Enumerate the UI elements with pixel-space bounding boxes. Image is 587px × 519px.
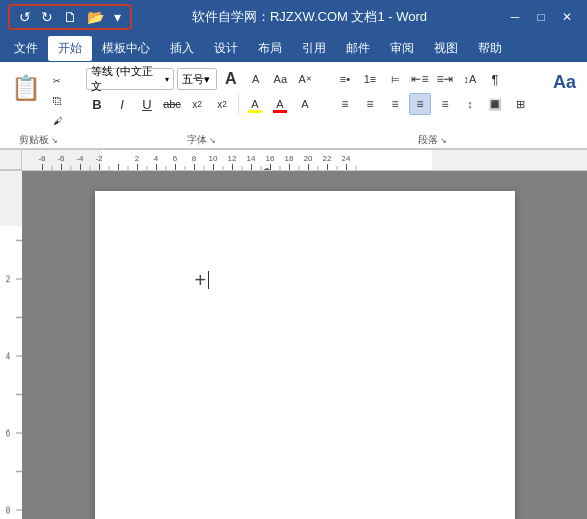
font-label[interactable]: 字体 ↘ (82, 132, 320, 148)
more-qa-button[interactable]: ▾ (111, 8, 124, 26)
styles-aa-button[interactable]: Aa (549, 68, 580, 97)
font-expand-icon: ↘ (209, 136, 216, 145)
font-section: 等线 (中文正文 ▾ 五号 ▾ A A Aa A✕ (82, 66, 320, 148)
cursor-area: + (195, 271, 210, 290)
multilevel-button[interactable]: ⊨ (384, 68, 406, 90)
line-spacing-button[interactable]: ↕ (459, 93, 481, 115)
para-row-1: ≡• 1≡ ⊨ ⇤≡ ≡⇥ ↕A ¶ (334, 68, 531, 90)
justify-button[interactable]: ≡ (409, 93, 431, 115)
clipboard-section: 📋 ✂ ⿻ 🖌 剪贴板 ↘ (4, 66, 72, 148)
font-shrink-button[interactable]: A (245, 68, 267, 90)
ribbon-content: 📋 ✂ ⿻ 🖌 剪贴板 ↘ (0, 62, 587, 148)
paragraph-section: ≡• 1≡ ⊨ ⇤≡ ≡⇥ ↕A ¶ ≡ ≡ ≡ ≡ ≡ (330, 66, 535, 148)
align-left-button[interactable]: ≡ (334, 93, 356, 115)
ribbon: 📋 ✂ ⿻ 🖌 剪贴板 ↘ (0, 62, 587, 150)
menu-item-邮件[interactable]: 邮件 (336, 36, 380, 61)
menu-item-设计[interactable]: 设计 (204, 36, 248, 61)
new-button[interactable]: 🗋 (60, 8, 80, 26)
align-center-button[interactable]: ≡ (359, 93, 381, 115)
font-body: 等线 (中文正文 ▾ 五号 ▾ A A Aa A✕ (82, 66, 320, 132)
decrease-indent-button[interactable]: ⇤≡ (409, 68, 431, 90)
superscript-button[interactable]: x2 (211, 93, 233, 115)
numbering-button[interactable]: 1≡ (359, 68, 381, 90)
font-size-selector[interactable]: 五号 ▾ (177, 68, 217, 90)
distributed-button[interactable]: ≡ (434, 93, 456, 115)
ruler-corner[interactable] (0, 150, 22, 170)
menu-item-引用[interactable]: 引用 (292, 36, 336, 61)
undo-button[interactable]: ↺ (16, 8, 34, 26)
font-color-icon: A (276, 98, 283, 110)
font-color-indicator (273, 110, 287, 113)
font-size-arrow: ▾ (204, 73, 210, 86)
menu-item-帮助[interactable]: 帮助 (468, 36, 512, 61)
title-bar: ↺ ↻ 🗋 📂 ▾ 软件自学网：RJZXW.COM 文档1 - Word ─ □… (0, 0, 587, 34)
menu-item-审阅[interactable]: 审阅 (380, 36, 424, 61)
paste-button[interactable]: 📋 (8, 68, 44, 108)
close-button[interactable]: ✕ (555, 7, 579, 27)
clipboard-body: 📋 ✂ ⿻ 🖌 (4, 66, 72, 132)
window-controls: ─ □ ✕ (503, 7, 579, 27)
underline-button[interactable]: U (136, 93, 158, 115)
increase-indent-button[interactable]: ≡⇥ (434, 68, 456, 90)
para-body: ≡• 1≡ ⊨ ⇤≡ ≡⇥ ↕A ¶ ≡ ≡ ≡ ≡ ≡ (330, 66, 535, 132)
doc-wrapper: + (0, 171, 587, 519)
ruler-container (0, 150, 587, 171)
copy-button[interactable]: ⿻ (46, 92, 68, 110)
menu-item-开始[interactable]: 开始 (48, 36, 92, 61)
para-expand-icon: ↘ (440, 136, 447, 145)
styles-section: Aa (545, 66, 584, 148)
font-row-2: B I U abc x2 x2 A A (86, 93, 316, 115)
clipboard-expand-icon: ↘ (51, 136, 58, 145)
font-row-1: 等线 (中文正文 ▾ 五号 ▾ A A Aa A✕ (86, 68, 316, 90)
menu-item-布局[interactable]: 布局 (248, 36, 292, 61)
font-name-arrow: ▾ (165, 75, 169, 84)
document-page[interactable]: + (95, 191, 515, 519)
text-cursor: + (195, 271, 210, 289)
menu-item-模板中心[interactable]: 模板中心 (92, 36, 160, 61)
title-center: 软件自学网：RJZXW.COM 文档1 - Word (132, 8, 487, 26)
quick-access-toolbar: ↺ ↻ 🗋 📂 ▾ (8, 4, 132, 30)
cursor-blink (208, 271, 209, 289)
page-container: + (22, 171, 587, 519)
restore-button[interactable]: □ (529, 7, 553, 27)
redo-button[interactable]: ↻ (38, 8, 56, 26)
open-button[interactable]: 📂 (84, 8, 107, 26)
bold-button[interactable]: B (86, 93, 108, 115)
paste-icon: 📋 (11, 76, 41, 100)
highlight-indicator (248, 110, 262, 113)
font-effects-button[interactable]: A (294, 93, 316, 115)
bullets-button[interactable]: ≡• (334, 68, 356, 90)
clipboard-label[interactable]: 剪贴板 ↘ (4, 132, 72, 148)
horizontal-ruler (22, 150, 587, 170)
strikethrough-button[interactable]: abc (161, 93, 183, 115)
menu-bar: 文件开始模板中心插入设计布局引用邮件审阅视图帮助 (0, 34, 587, 62)
subscript-button[interactable]: x2 (186, 93, 208, 115)
minimize-button[interactable]: ─ (503, 7, 527, 27)
font-grow-button[interactable]: A (220, 68, 242, 90)
menu-item-插入[interactable]: 插入 (160, 36, 204, 61)
show-para-button[interactable]: ¶ (484, 68, 506, 90)
para-row-2: ≡ ≡ ≡ ≡ ≡ ↕ 🔳 ⊞ (334, 93, 531, 115)
sort-button[interactable]: ↕A (459, 68, 481, 90)
paragraph-label[interactable]: 段落 ↘ (330, 132, 535, 148)
sep-font (238, 94, 239, 114)
highlight-icon: A (251, 98, 258, 110)
font-color-button[interactable]: A (269, 93, 291, 115)
highlight-button[interactable]: A (244, 93, 266, 115)
border-button[interactable]: ⊞ (509, 93, 531, 115)
font-name-selector[interactable]: 等线 (中文正文 ▾ (86, 68, 174, 90)
menu-item-文件[interactable]: 文件 (4, 36, 48, 61)
shading-button[interactable]: 🔳 (484, 93, 506, 115)
cursor-cross-icon: + (195, 272, 207, 288)
clear-format-button[interactable]: A✕ (294, 68, 316, 90)
italic-button[interactable]: I (111, 93, 133, 115)
align-right-button[interactable]: ≡ (384, 93, 406, 115)
cut-button[interactable]: ✂ (46, 72, 68, 90)
styles-body: Aa (545, 66, 584, 148)
vertical-ruler (0, 171, 22, 519)
format-painter-button[interactable]: 🖌 (46, 112, 68, 130)
menu-item-视图[interactable]: 视图 (424, 36, 468, 61)
change-case-button[interactable]: Aa (269, 68, 291, 90)
